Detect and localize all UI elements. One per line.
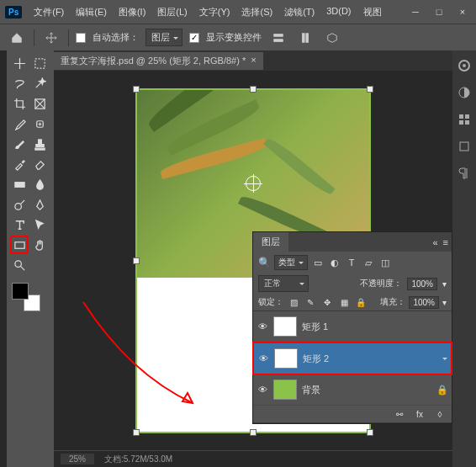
layer-thumbnail[interactable] (273, 379, 297, 400)
close-tab-icon[interactable]: × (251, 55, 256, 67)
healing-tool[interactable] (30, 114, 49, 133)
type-tool[interactable] (10, 215, 29, 234)
stamp-tool[interactable] (30, 135, 49, 153)
lock-position-icon[interactable]: ✥ (320, 295, 334, 309)
lock-label: 锁定： (258, 296, 283, 308)
pen-tool[interactable] (30, 195, 49, 214)
menu-view[interactable]: 视图 (358, 3, 387, 21)
lock-all-icon[interactable]: 🔒 (354, 295, 368, 309)
menu-layer[interactable]: 图层(L) (152, 3, 192, 21)
swatches-panel-icon[interactable] (456, 111, 473, 128)
rectangle-tool[interactable] (10, 236, 29, 254)
move-tool[interactable] (10, 54, 29, 72)
fill-label: 填充： (380, 296, 405, 308)
transform-handle[interactable] (367, 86, 373, 93)
opacity-value[interactable]: 100% (407, 278, 437, 290)
blur-tool[interactable] (30, 175, 49, 194)
blend-mode-select[interactable]: 正常 (258, 275, 309, 292)
transform-handle[interactable] (133, 86, 140, 93)
brush-tool[interactable] (10, 135, 29, 153)
layer-fx-icon[interactable]: fx (413, 407, 426, 421)
libraries-panel-icon[interactable] (456, 138, 473, 155)
layer-mask-icon[interactable]: ◊ (433, 407, 447, 421)
filter-smart-icon[interactable]: ◫ (378, 256, 392, 269)
adjustments-panel-icon[interactable] (456, 84, 473, 101)
filter-type-icon[interactable]: T (345, 256, 358, 269)
maximize-button[interactable]: □ (431, 7, 447, 17)
menu-image[interactable]: 图像(I) (114, 3, 151, 21)
transform-controls-checkbox[interactable] (189, 33, 199, 43)
menu-filter[interactable]: 滤镜(T) (279, 3, 320, 21)
fill-value[interactable]: 100% (409, 296, 439, 309)
transform-handle[interactable] (367, 429, 373, 436)
visibility-icon[interactable]: 👁 (257, 321, 268, 332)
panel-menu-icon[interactable]: ≡ (443, 237, 448, 247)
frame-tool[interactable] (30, 94, 49, 113)
link-layers-icon[interactable]: ⚯ (393, 407, 406, 421)
close-button[interactable]: × (454, 7, 471, 17)
auto-select-checkbox[interactable] (76, 33, 86, 43)
transform-pivot-icon[interactable] (246, 176, 261, 191)
foreground-color[interactable] (12, 283, 29, 300)
menu-type[interactable]: 文字(Y) (194, 3, 235, 21)
filter-adjust-icon[interactable]: ◐ (328, 256, 341, 269)
layer-thumbnail[interactable] (274, 348, 298, 369)
layer-row[interactable]: 👁 背景 🔒 (253, 374, 452, 406)
dodge-tool[interactable] (10, 195, 29, 214)
lock-transparent-icon[interactable]: ▨ (287, 295, 300, 309)
layer-name[interactable]: 背景 (302, 384, 320, 396)
layer-thumbnail[interactable] (273, 316, 297, 337)
collapse-panel-icon[interactable]: « (432, 237, 437, 247)
layer-row[interactable]: 👁 矩形 2 (253, 342, 452, 374)
color-swatches[interactable] (12, 283, 40, 311)
minimize-button[interactable]: ─ (407, 7, 424, 17)
transform-handle[interactable] (250, 86, 257, 93)
lasso-tool[interactable] (10, 74, 29, 93)
layer-row[interactable]: 👁 矩形 1 (253, 311, 452, 342)
move-tool-icon[interactable] (41, 28, 61, 48)
marquee-tool[interactable] (30, 54, 49, 72)
transform-handle[interactable] (133, 257, 140, 264)
gradient-tool[interactable] (10, 175, 29, 194)
eraser-tool[interactable] (30, 155, 49, 173)
fill-dropdown-icon[interactable]: ▾ (442, 298, 447, 307)
home-icon[interactable] (7, 28, 27, 48)
auto-select-target[interactable]: 图层 (145, 29, 182, 46)
eyedropper-tool[interactable] (10, 114, 29, 133)
layers-tab[interactable]: 图层 (253, 232, 288, 252)
wand-tool[interactable] (30, 74, 49, 93)
document-tab[interactable]: 重复文字海报.psd @ 25% (矩形 2, RGB/8#) * × (54, 52, 263, 70)
layers-list: 👁 矩形 1 👁 矩形 2 👁 背景 🔒 (253, 311, 452, 406)
opacity-dropdown-icon[interactable]: ▾ (442, 279, 447, 289)
lock-pixels-icon[interactable]: ✎ (304, 295, 317, 309)
menu-3d[interactable]: 3D(D) (321, 3, 356, 21)
layer-name[interactable]: 矩形 2 (303, 353, 329, 365)
zoom-level[interactable]: 25% (61, 454, 94, 464)
filter-pixel-icon[interactable]: ▭ (311, 256, 325, 269)
doc-info: 文档:5.72M/53.0M (104, 454, 172, 465)
menu-file[interactable]: 文件(F) (29, 3, 69, 21)
menu-edit[interactable]: 编辑(E) (71, 3, 112, 21)
zoom-tool[interactable] (10, 256, 29, 274)
search-icon[interactable]: 🔍 (258, 257, 271, 268)
visibility-icon[interactable]: 👁 (257, 353, 269, 364)
path-select-tool[interactable] (30, 215, 49, 234)
align-icon-2[interactable] (295, 28, 315, 48)
filter-shape-icon[interactable]: ▱ (362, 256, 375, 269)
history-brush-tool[interactable] (10, 155, 29, 173)
transform-handle[interactable] (250, 429, 257, 436)
layers-footer: ⚯ fx ◊ (253, 406, 452, 423)
threed-mode-icon[interactable] (322, 28, 342, 48)
visibility-icon[interactable]: 👁 (257, 385, 268, 395)
paragraph-panel-icon[interactable] (456, 165, 473, 182)
filter-type-select[interactable]: 类型 (274, 255, 308, 270)
align-icon[interactable] (268, 28, 288, 48)
svg-rect-2 (303, 33, 305, 42)
hand-tool[interactable] (30, 236, 49, 254)
crop-tool[interactable] (10, 94, 29, 113)
transform-handle[interactable] (133, 429, 140, 436)
lock-artboard-icon[interactable]: ▦ (337, 295, 351, 309)
layer-name[interactable]: 矩形 1 (302, 321, 328, 333)
menu-select[interactable]: 选择(S) (236, 3, 278, 21)
color-panel-icon[interactable] (456, 57, 473, 74)
